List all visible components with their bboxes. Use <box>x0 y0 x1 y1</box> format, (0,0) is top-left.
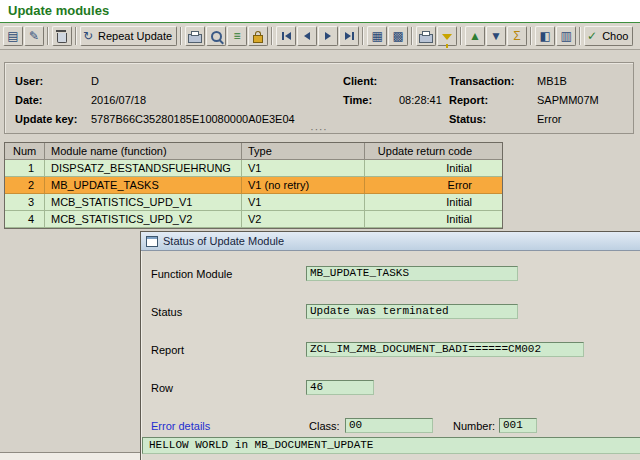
page-title: Update modules <box>8 3 109 18</box>
status-value: Error <box>537 111 633 127</box>
date-value: 2016/07/18 <box>91 92 343 108</box>
table-row[interactable]: 3 MCB_STATISTICS_UPD_V1 V1 Initial <box>5 194 502 211</box>
sum-button[interactable]: Σ <box>507 26 527 46</box>
dialog-title-bar[interactable]: Status of Update Module <box>141 232 640 251</box>
row-type: V2 <box>242 211 365 228</box>
magnifier-icon <box>211 31 222 42</box>
function-module-label: Function Module <box>151 268 232 280</box>
time-value: 08:28:41 <box>399 92 449 108</box>
views-icon: ◧ <box>539 30 550 42</box>
update-key-value: 5787B66C35280185E10080000A0E3E04 <box>91 111 449 127</box>
row-type: V1 <box>242 160 365 177</box>
toolbar-separator <box>530 27 532 45</box>
window-bottom-edge <box>0 452 140 460</box>
display-button[interactable]: ▤ <box>3 26 23 46</box>
header-grid: User: D Client: Transaction: MB1B Date: … <box>15 73 633 127</box>
toolbar-separator <box>579 27 581 45</box>
next-page-icon <box>325 32 331 40</box>
row-module: MCB_STATISTICS_UPD_V2 <box>45 211 242 228</box>
table-row[interactable]: 4 MCB_STATISTICS_UPD_V2 V2 Initial <box>5 211 502 228</box>
row-field-label: Row <box>151 382 173 394</box>
find-button[interactable] <box>206 26 226 46</box>
graphic-button[interactable]: ▥ <box>556 26 576 46</box>
class-field[interactable]: 00 <box>345 418 433 433</box>
splitter-handle[interactable]: ···· <box>310 127 327 133</box>
print-button[interactable] <box>185 26 205 46</box>
table-row[interactable]: 1 DISPSATZ_BESTANDSFUEHRUNG V1 Initial <box>5 160 502 177</box>
lock-icon <box>253 35 263 43</box>
toolbar-separator <box>180 27 182 45</box>
graphic-icon: ▥ <box>560 30 571 42</box>
column-header-type[interactable]: Type <box>242 143 365 160</box>
client-value <box>399 73 449 89</box>
row-return-code: Initial <box>365 160 502 177</box>
last-page-button[interactable] <box>339 26 359 46</box>
repeat-update-label: Repeat Update <box>96 30 174 42</box>
change-icon: ✎ <box>29 30 39 42</box>
table-icon: ▦ <box>371 30 382 42</box>
sap-update-modules-window: Update modules ▤ ✎ ↻ Repeat Update ≡ ▦ ▩… <box>0 0 640 460</box>
status-label: Status: <box>449 111 537 127</box>
error-message-field[interactable]: HELLOW WORLD in MB_DOCUMENT_UPDATE <box>142 437 640 454</box>
row-num: 2 <box>5 177 45 194</box>
row-num: 1 <box>5 160 45 177</box>
change-button[interactable]: ✎ <box>24 26 44 46</box>
trash-icon <box>57 33 67 43</box>
next-page-button[interactable] <box>318 26 338 46</box>
report-field[interactable]: ZCL_IM_ZMB_DOCUMENT_BADI======CM002 <box>306 342 584 357</box>
class-label: Class: <box>309 420 340 432</box>
column-header-num[interactable]: Num <box>5 143 45 160</box>
last-page-icon <box>345 32 354 40</box>
number-label: Number: <box>453 420 495 432</box>
row-field[interactable]: 46 <box>306 380 374 395</box>
choose-button[interactable]: ✓ Choo <box>584 26 633 46</box>
page-title-bar: Update modules <box>0 0 640 23</box>
update-modules-button[interactable]: ▩ <box>388 26 408 46</box>
sort-ascending-icon: ▲ <box>469 30 481 42</box>
previous-page-button[interactable] <box>297 26 317 46</box>
row-module: MCB_STATISTICS_UPD_V1 <box>45 194 242 211</box>
error-details-link[interactable]: Error details <box>151 420 210 432</box>
printer-icon <box>419 34 433 43</box>
client-label: Client: <box>343 73 399 89</box>
status-of-update-module-dialog: Status of Update Module Function Module … <box>140 231 640 460</box>
table-grid-icon: ▩ <box>392 30 403 42</box>
row-module: DISPSATZ_BESTANDSFUEHRUNG <box>45 160 242 177</box>
display-icon: ▤ <box>7 30 18 42</box>
user-label: User: <box>15 73 91 89</box>
print-list-button[interactable] <box>416 26 436 46</box>
views-button[interactable]: ◧ <box>535 26 555 46</box>
update-header-button[interactable]: ▦ <box>367 26 387 46</box>
user-value: D <box>91 73 343 89</box>
previous-page-icon <box>304 32 310 40</box>
repeat-update-button[interactable]: ↻ Repeat Update <box>80 26 177 46</box>
row-return-code: Error <box>365 177 502 194</box>
transaction-value: MB1B <box>537 73 633 89</box>
row-type: V1 <box>242 194 365 211</box>
number-field[interactable]: 001 <box>499 418 537 433</box>
filter-button[interactable] <box>437 26 457 46</box>
first-page-button[interactable] <box>276 26 296 46</box>
date-label: Date: <box>15 92 91 108</box>
sort-descending-button[interactable]: ▼ <box>486 26 506 46</box>
row-num: 3 <box>5 194 45 211</box>
dialog-icon[interactable] <box>146 236 158 247</box>
table-row-selected[interactable]: 2 MB_UPDATE_TASKS V1 (no retry) Error <box>5 177 502 194</box>
column-header-module[interactable]: Module name (function) <box>45 143 242 160</box>
report-label: Report: <box>449 92 537 108</box>
delete-button[interactable] <box>52 26 72 46</box>
function-module-field[interactable]: MB_UPDATE_TASKS <box>306 266 518 281</box>
list-button[interactable]: ≡ <box>227 26 247 46</box>
first-page-icon <box>282 32 291 40</box>
toolbar-separator <box>271 27 273 45</box>
column-header-return-code[interactable]: Update return code <box>365 143 502 160</box>
lock-button[interactable] <box>248 26 268 46</box>
sort-ascending-button[interactable]: ▲ <box>465 26 485 46</box>
transaction-label: Transaction: <box>449 73 537 89</box>
status-field[interactable]: Update was terminated <box>306 304 518 319</box>
table-header-row: Num Module name (function) Type Update r… <box>5 143 502 160</box>
sort-descending-icon: ▼ <box>490 30 502 42</box>
report-value: SAPMM07M <box>537 92 633 108</box>
toolbar-separator <box>75 27 77 45</box>
repeat-icon: ↻ <box>83 30 93 42</box>
